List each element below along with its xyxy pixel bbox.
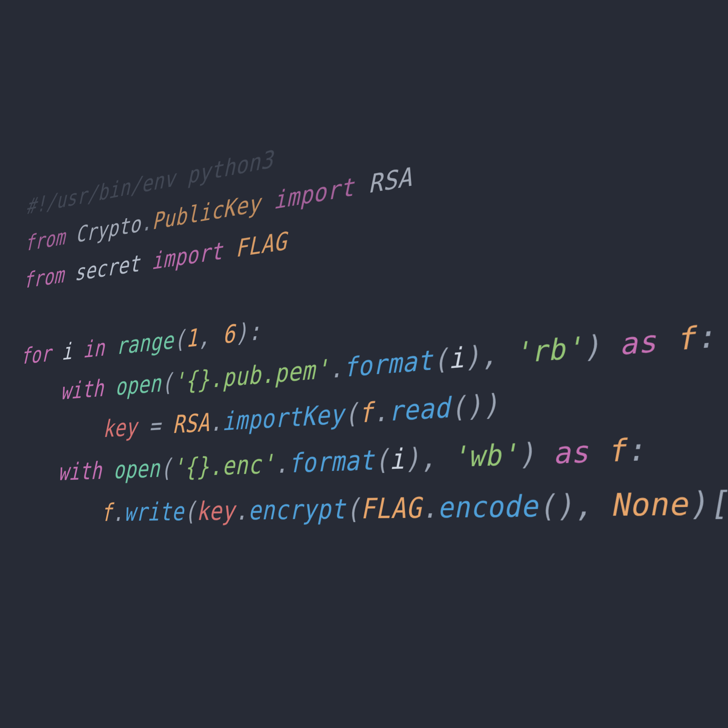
paren-close: ) (687, 485, 710, 523)
ident-flag: FLAG (360, 491, 422, 525)
dot: . (275, 448, 289, 479)
indent (15, 499, 102, 527)
str-enc: '{}.enc' (172, 449, 275, 482)
fn-format: format (343, 344, 433, 383)
paren-open: ( (174, 325, 186, 354)
comma: , (198, 322, 210, 352)
fn-importkey: importKey (222, 399, 344, 436)
equals: = (137, 410, 173, 441)
parens: () (450, 389, 483, 424)
blank-line (22, 304, 33, 331)
kw-from: from (24, 224, 66, 256)
builtin-range: range (116, 326, 174, 360)
module-secret: secret (74, 250, 141, 286)
kw-with: with (58, 456, 103, 486)
class-publickey: PublicKey (152, 189, 261, 235)
paren-close: ) (518, 436, 537, 472)
fn-read: read (388, 391, 451, 427)
kw-import: import (151, 237, 223, 275)
fn-encode: encode (437, 488, 538, 524)
str-pubpem: '{}.pub.pem' (173, 354, 329, 396)
paren-close: ) (482, 388, 500, 422)
dot: . (141, 208, 153, 236)
kw-as: as (618, 323, 658, 361)
paren-open: ( (160, 453, 173, 483)
dot: . (373, 395, 388, 428)
indent (17, 415, 104, 447)
bracket-open: [ (706, 484, 728, 523)
ident-flag: FLAG (236, 226, 287, 262)
dot: . (210, 407, 223, 437)
var-i: i (448, 341, 465, 375)
builtin-open: open (115, 369, 161, 401)
comma: , (480, 338, 498, 372)
dot: . (235, 495, 248, 526)
dot: . (112, 498, 124, 527)
dot: . (421, 491, 438, 525)
colon: : (248, 316, 261, 346)
fn-write: write (124, 497, 184, 526)
var-key: key (197, 496, 236, 526)
paren-open: ( (161, 368, 174, 397)
paren-close: ) (464, 340, 481, 373)
paren-open: ( (432, 343, 449, 376)
fn-format: format (288, 444, 375, 479)
paren-open: ( (374, 443, 390, 476)
paren-open: ( (346, 492, 361, 525)
var-f: f (101, 498, 113, 526)
kw-as: as (552, 434, 590, 471)
parens: () (537, 488, 574, 524)
num-six: 6 (223, 319, 236, 349)
code-block: #!/usr/bin/env python3 from Crypto.Publi… (13, 0, 728, 602)
str-rb: 'rb' (513, 330, 584, 370)
fn-encrypt: encrypt (248, 492, 346, 525)
paren-open: ( (344, 398, 359, 430)
dot: . (329, 352, 344, 384)
var-f: f (358, 396, 373, 429)
var-i: i (61, 338, 73, 365)
paren-open: ( (184, 496, 197, 526)
module-crypto: Crypto (75, 210, 141, 248)
kw-from: from (23, 262, 65, 293)
builtin-open: open (113, 454, 160, 484)
kw-with: with (60, 374, 104, 405)
ident-rsa: RSA (173, 408, 210, 439)
paren-close: ) (236, 318, 248, 348)
kw-in: in (83, 334, 105, 363)
ident-rsa: RSA (368, 162, 413, 199)
kw-for: for (20, 340, 52, 369)
code-viewport: #!/usr/bin/env python3 from Crypto.Publi… (0, 0, 728, 728)
colon: : (694, 318, 717, 356)
var-f: f (674, 320, 697, 357)
str-wb: 'wb' (451, 437, 519, 474)
var-i: i (389, 442, 405, 476)
var-key: key (103, 413, 138, 442)
comma: , (573, 487, 593, 524)
indent (19, 378, 61, 408)
kw-import: import (273, 172, 355, 215)
comma: , (420, 441, 436, 474)
var-f: f (606, 432, 627, 469)
colon: : (624, 431, 646, 468)
paren-close: ) (404, 442, 421, 475)
indent (16, 459, 59, 487)
const-none: None (609, 485, 689, 523)
num-one: 1 (185, 323, 198, 353)
paren-close: ) (582, 329, 602, 364)
